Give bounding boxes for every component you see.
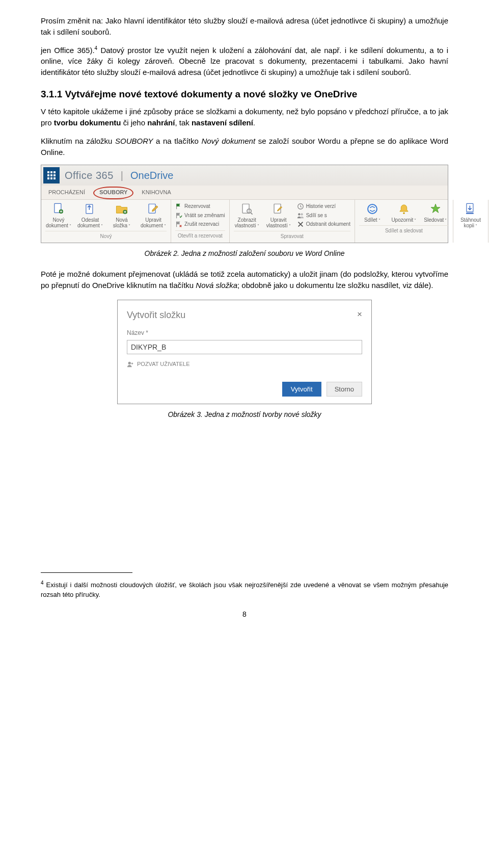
svg-rect-23 — [466, 213, 474, 214]
ribbon-groups: Novýdokument ˅Odeslatdokument ˅Novásložk… — [41, 200, 448, 242]
doc-edit-icon — [146, 202, 160, 216]
p3-e: . — [253, 118, 255, 127]
svg-point-24 — [128, 362, 131, 364]
svg-point-21 — [403, 213, 404, 214]
heading-3-1-1: 3.1.1 Vytvářejme nové textové dokumenty … — [41, 87, 448, 101]
p4-i1: SOUBORY — [115, 137, 153, 145]
tab-knihovna[interactable]: KNIHOVNA — [134, 186, 178, 199]
brand-separator: | — [121, 168, 123, 183]
label: Novásložka ˅ — [113, 217, 131, 229]
upravit-dokument-button[interactable]: Upravitdokument ˅ — [140, 202, 167, 229]
rezervovat-button[interactable]: Rezervovat — [175, 203, 225, 211]
people-icon — [297, 212, 304, 219]
invite-users-link[interactable]: POZVAT UŽIVATELE — [127, 360, 362, 369]
stahnout-kopii-button[interactable]: Stáhnoutkopii ˅ — [457, 202, 484, 229]
ribbon-screenshot: Office 365 | OneDrive PROCHÁZENÍ SOUBORY… — [41, 165, 448, 243]
cancel-button[interactable]: Storno — [327, 382, 362, 397]
brand-office365: Office 365 — [65, 168, 114, 183]
doc-new-icon — [51, 202, 66, 216]
tab-soubory[interactable]: SOUBORY — [92, 186, 134, 199]
svg-point-19 — [301, 213, 303, 215]
share-icon — [365, 202, 379, 216]
flag-green-icon — [175, 203, 182, 210]
sdilet-button[interactable]: Sdílet ˅ — [359, 202, 386, 223]
label: Stáhnoutkopii ˅ — [460, 217, 481, 229]
label: Historie verzí — [306, 203, 336, 211]
label: Novýdokument ˅ — [46, 217, 71, 229]
odstranit-dokument-button[interactable]: Odstranit dokument — [297, 221, 350, 228]
page-number: 8 — [41, 609, 448, 619]
historie-verzi-button[interactable]: Historie verzí — [297, 203, 350, 211]
label: Vrátit se změnami — [184, 212, 225, 220]
novy-dokument-button[interactable]: Novýdokument ˅ — [45, 202, 72, 229]
p3-c: či jeho — [121, 118, 148, 127]
create-button[interactable]: Vytvořit — [282, 382, 321, 397]
folder-new-icon — [115, 202, 129, 216]
label: Zrušit rezervaci — [184, 221, 219, 228]
svg-rect-6 — [47, 177, 49, 179]
ribbon-group: RezervovatVrátit se změnamiZrušit rezerv… — [171, 200, 230, 242]
ribbon-group: Sdílet ˅Upozornit ˅Sledovat ˅Sdílet a sl… — [355, 200, 453, 242]
history-icon — [297, 203, 304, 210]
label: Sdílet ˅ — [364, 217, 381, 223]
invite-label: POZVAT UŽIVATELE — [137, 360, 190, 369]
zrusit-rezervaci-button[interactable]: Zrušit rezervaci — [175, 221, 225, 228]
label: Upravitdokument ˅ — [141, 217, 166, 229]
svg-point-20 — [368, 204, 377, 214]
label: Sledovat ˅ — [424, 217, 447, 223]
app-launcher-icon[interactable] — [43, 167, 60, 183]
tab-prochazeni[interactable]: PROCHÁZENÍ — [41, 186, 92, 199]
p3-b2: nahrání — [147, 118, 175, 127]
delete-icon — [297, 221, 304, 228]
svg-rect-5 — [53, 174, 56, 176]
download-icon — [464, 202, 478, 216]
dialog-title: Vytvořit složku — [127, 308, 185, 322]
svg-rect-3 — [47, 174, 49, 176]
flag-check-icon — [175, 212, 182, 219]
label: Upozornit ˅ — [391, 217, 416, 223]
label: Odstranit dokument — [306, 221, 350, 228]
vratit-se-zmenami-button[interactable]: Vrátit se změnami — [175, 212, 225, 220]
label: Sdílí se s — [306, 212, 327, 220]
p5-i1: Nová složka — [196, 281, 237, 290]
svg-rect-14 — [242, 204, 249, 213]
nova-slozka-button[interactable]: Novásložka ˅ — [108, 202, 135, 229]
paragraph-3: V této kapitole ukážeme i jiné způsoby p… — [41, 106, 448, 128]
sdili-se-s-button[interactable]: Sdílí se s — [297, 212, 350, 220]
brand-onedrive: OneDrive — [130, 168, 173, 183]
edit-prop-icon — [271, 202, 286, 216]
group-label: Sdílet a sledovat — [359, 225, 449, 236]
upozornit-button[interactable]: Upozornit ˅ — [391, 202, 417, 223]
dialog-name-label: Název * — [127, 329, 362, 337]
invite-icon — [127, 361, 134, 368]
label: Odeslatdokument ˅ — [77, 217, 103, 229]
odeslat-dokument-button[interactable]: Odeslatdokument ˅ — [77, 202, 103, 229]
paragraph-2: jen Office 365).4 Datový prostor lze vyu… — [41, 45, 448, 78]
ribbon-tabs: PROCHÁZENÍ SOUBORY KNIHOVNA — [41, 186, 448, 200]
footnote-separator — [41, 572, 132, 573]
p2-b: Datový prostor lze využít nejen k uložen… — [41, 46, 448, 77]
dialog-close-icon[interactable]: × — [357, 308, 362, 321]
paragraph-4: Kliknutím na záložku SOUBORY a na tlačít… — [41, 136, 448, 158]
zobrazit-vlastnosti-button[interactable]: Zobrazitvlastnosti ˅ — [234, 202, 260, 229]
sledovat-button[interactable]: Sledovat ˅ — [422, 202, 449, 223]
label: Zobrazitvlastnosti ˅ — [235, 217, 259, 229]
p2-a: jen Office 365). — [41, 46, 95, 55]
svg-rect-4 — [50, 174, 52, 176]
caption-2: Obrázek 2. Jedna z možností založení sou… — [41, 248, 448, 258]
folder-name-input[interactable] — [127, 340, 362, 354]
follow-icon — [428, 202, 443, 216]
svg-rect-2 — [53, 171, 56, 173]
p4-i2: Nový dokument — [201, 137, 255, 145]
p4-a: Kliknutím na záložku — [41, 137, 115, 145]
label: Upravitvlastnosti ˅ — [266, 217, 291, 229]
p4-b: a na tlačítko — [153, 137, 201, 145]
group-label: Spravovat — [234, 231, 350, 242]
footnote-4: 4 Existují i další možnosti cloudových ú… — [41, 580, 448, 600]
ribbon-group: Zobrazitvlastnosti ˅Upravitvlastnosti ˅H… — [230, 200, 355, 242]
label: Rezervovat — [184, 203, 210, 211]
flag-x-icon — [175, 221, 182, 228]
upravit-vlastnosti-button[interactable]: Upravitvlastnosti ˅ — [265, 202, 292, 229]
caption-3: Obrázek 3. Jedna z možností tvorby nové … — [41, 409, 448, 419]
p3-b3: nastavení sdílení — [192, 118, 253, 127]
